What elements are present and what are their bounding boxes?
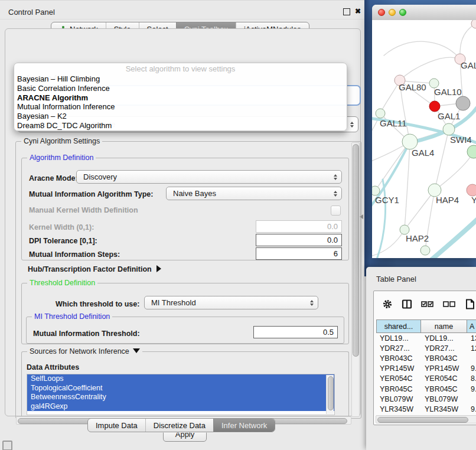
dropdown-placeholder: Select algorithm to view settings: [14, 63, 347, 74]
dpi-tolerance-field[interactable]: 0.0: [256, 234, 342, 246]
table-cell: YLR345W: [376, 404, 421, 414]
column-header-shared[interactable]: shared...: [376, 319, 421, 333]
table-row[interactable]: YLR345WYLR345W9.: [376, 404, 476, 414]
attribute-list-scrollbar-thumb[interactable]: [328, 376, 334, 410]
node-label: GAL11: [380, 118, 407, 128]
column-header-a[interactable]: A: [467, 319, 476, 333]
zoom-window-icon[interactable]: [399, 9, 406, 16]
dropdown-item-mutual-information-inference[interactable]: Mutual Information Inference: [14, 102, 347, 112]
settings-vertical-scrollbar[interactable]: [351, 142, 360, 417]
dropdown-item-basic-correlation-inference[interactable]: Basic Correlation Inference: [14, 84, 347, 93]
edge[interactable]: [400, 57, 460, 80]
control-panel-title: Control Panel: [8, 8, 55, 17]
collapsed-panel-icon[interactable]: [2, 441, 12, 450]
table-cell: YDR27...: [376, 343, 421, 353]
threshold-definition-title: Threshold Definition: [27, 279, 97, 287]
node-label: HAP2: [406, 233, 429, 243]
settings-vertical-scrollbar-thumb[interactable]: [353, 144, 359, 357]
table-row[interactable]: YER054CYER054C8.: [376, 374, 476, 384]
node-label: GAL4: [412, 148, 434, 158]
column-header-name[interactable]: name: [421, 319, 467, 333]
edge-highlighted[interactable]: [430, 215, 476, 258]
edge[interactable]: [380, 80, 400, 113]
data-attributes-label: Data Attributes: [27, 363, 79, 371]
table-cell: 12: [467, 343, 476, 353]
table-horizontal-scrollbar-thumb[interactable]: [377, 417, 468, 423]
network-canvas[interactable]: GALGAL80GAL10GAL1GAL11SWI4GAL4GCY1HAP4YH…: [372, 20, 476, 258]
network-node[interactable]: [420, 246, 430, 255]
mi-type-combo[interactable]: Naive Bayes: [166, 187, 342, 200]
edge[interactable]: [405, 190, 435, 230]
table-row[interactable]: YDR27...YDR27...12: [376, 343, 476, 353]
mi-threshold-value: 0.5: [323, 328, 334, 337]
network-node[interactable]: [456, 96, 470, 110]
network-node[interactable]: [471, 20, 476, 28]
tab-discretize-data[interactable]: Discretize Data: [145, 419, 213, 432]
network-node[interactable]: [376, 109, 385, 118]
edge[interactable]: [405, 142, 410, 230]
network-node[interactable]: [372, 186, 380, 195]
edge[interactable]: [372, 230, 405, 256]
dpi-tolerance-value: 0.0: [327, 236, 338, 244]
mi-steps-field[interactable]: 6: [256, 247, 342, 260]
panel-divider-handle[interactable]: [360, 214, 363, 219]
close-panel-icon[interactable]: ✖: [355, 7, 361, 15]
control-panel-window: Control Panel ✖ NetworkStyleSelectCyni T…: [0, 0, 364, 450]
table-cell: YDL19...: [376, 333, 421, 343]
which-threshold-combo[interactable]: MI Threshold: [144, 296, 318, 309]
split-columns-icon[interactable]: [402, 299, 412, 309]
mi-steps-label: Mutual Information Steps:: [29, 250, 120, 259]
document-icon[interactable]: [465, 299, 475, 309]
aracne-mode-combo[interactable]: Discovery: [76, 170, 342, 184]
table-cell: 9.: [467, 364, 476, 374]
table-cell: YBR045C: [421, 384, 467, 394]
table-row[interactable]: YPR145WYPR145W9.: [376, 364, 476, 374]
edge[interactable]: [375, 142, 410, 191]
table-row[interactable]: YDL19...YDL19...13: [376, 333, 476, 343]
attribute-item-betweennesscentrality[interactable]: BetweennessCentrality: [27, 393, 334, 402]
table-row[interactable]: YBL079WYBL079W: [376, 394, 476, 404]
kernel-width-field[interactable]: 0.0: [256, 220, 342, 233]
edge[interactable]: [384, 41, 460, 59]
network-window-titlebar[interactable]: [372, 5, 476, 21]
dropdown-item-bayesian-k2[interactable]: Bayesian – K2: [14, 112, 347, 121]
node-table[interactable]: shared...nameAYDL19...YDL19...13YDR27...…: [376, 319, 476, 425]
float-panel-icon[interactable]: [343, 8, 350, 15]
network-node[interactable]: [443, 123, 455, 135]
network-node[interactable]: [467, 184, 476, 196]
table-horizontal-scrollbar[interactable]: [376, 415, 476, 423]
network-node[interactable]: [429, 101, 440, 112]
network-view-window: GALGAL80GAL10GAL1GAL11SWI4GAL4GCY1HAP4YH…: [372, 5, 476, 258]
table-cell: 9.: [467, 384, 476, 394]
dropdown-item-aracne-algorithm[interactable]: ARACNE Algorithm: [14, 93, 347, 103]
attribute-item-topologicalcoefficient[interactable]: TopologicalCoefficient: [27, 384, 334, 393]
table-cell: YBR043C: [376, 353, 421, 363]
attribute-item-selfloops[interactable]: SelfLoops: [27, 374, 334, 384]
minimize-window-icon[interactable]: [389, 9, 396, 16]
edge[interactable]: [435, 152, 474, 190]
table-cell: YBL079W: [376, 394, 421, 404]
table-row[interactable]: YBR043CYBR043C: [376, 353, 476, 363]
manual-kernel-checkbox[interactable]: [331, 206, 341, 216]
tab-label: Infer Network: [221, 421, 267, 430]
tab-infer-network[interactable]: Infer Network: [213, 419, 275, 432]
dropdown-item-dream8-dc-tdc-algorithm[interactable]: Dream8 DC_TDC Algorithm: [14, 121, 347, 131]
edge[interactable]: [460, 24, 476, 59]
data-attributes-list[interactable]: SelfLoopsTopologicalCoefficientBetweenne…: [27, 374, 335, 415]
table-row[interactable]: YBR045CYBR045C9.: [376, 384, 476, 394]
table-cell: 13: [467, 333, 476, 343]
expanded-arrow-icon[interactable]: [133, 348, 140, 353]
network-node[interactable]: [467, 145, 476, 158]
gear-icon[interactable]: [382, 299, 393, 309]
hub-definition-toggle[interactable]: Hub/Transcription Factor Definition: [28, 265, 161, 273]
tab-impute-data[interactable]: Impute Data: [88, 419, 145, 432]
close-window-icon[interactable]: [378, 9, 385, 16]
select-none-icon[interactable]: [443, 299, 456, 309]
spinner-arrows-icon: [310, 300, 314, 306]
mi-threshold-field[interactable]: 0.5: [253, 326, 338, 338]
attribute-list-scrollbar[interactable]: [326, 375, 334, 414]
select-all-checked-icon[interactable]: [421, 299, 434, 309]
dropdown-item-bayesian-hill-climbing[interactable]: Bayesian – Hill Climbing: [14, 74, 347, 84]
cyni-algorithm-settings-title: Cyni Algorithm Settings: [21, 137, 102, 145]
attribute-item-gal4rgexp[interactable]: gal4RGexp: [27, 402, 334, 412]
